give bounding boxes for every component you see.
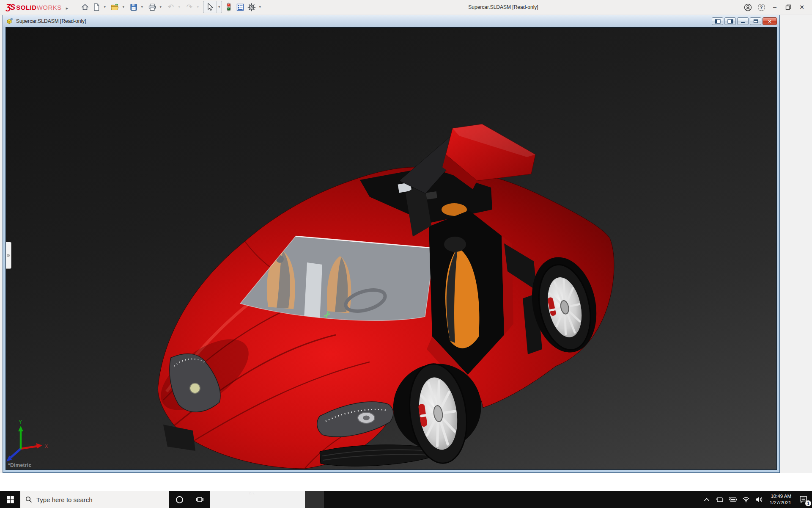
graphics-viewport[interactable]: X Y *Dimetric xyxy=(5,27,777,470)
restore-icon xyxy=(785,4,791,10)
pane-right-icon xyxy=(727,19,733,24)
select-tool-dropdown[interactable]: ▾ xyxy=(216,1,222,13)
taskbar-solidworks-button[interactable]: SW 2021 xyxy=(305,491,324,508)
account-button[interactable] xyxy=(741,1,754,13)
file-properties-icon xyxy=(236,3,244,11)
windows-logo-icon xyxy=(7,496,14,503)
rebuild-traffic-light-icon xyxy=(225,3,233,11)
open-button[interactable] xyxy=(109,1,121,13)
clock-time: 10:49 AM xyxy=(771,493,791,500)
new-document-dropdown[interactable]: ▾ xyxy=(102,1,107,13)
taskbar-file-explorer-button[interactable] xyxy=(229,491,248,508)
select-cursor-icon xyxy=(206,3,214,11)
document-restore-button[interactable] xyxy=(750,17,761,25)
new-document-button[interactable] xyxy=(91,1,102,13)
redo-dropdown[interactable]: ▾ xyxy=(195,1,200,13)
cortana-icon xyxy=(176,496,183,503)
show-right-pane-button[interactable] xyxy=(724,17,736,25)
cortana-button[interactable] xyxy=(169,491,189,508)
new-document-icon xyxy=(92,3,101,11)
open-folder-icon xyxy=(110,3,119,11)
taskbar-edge-button[interactable] xyxy=(210,491,229,508)
taskbar-command-prompt-button[interactable]: C:\_ xyxy=(248,491,267,508)
taskbar-window-app-button[interactable] xyxy=(286,491,305,508)
print-button[interactable] xyxy=(146,1,158,13)
undo-button[interactable]: ↶ xyxy=(165,1,176,13)
close-button[interactable]: × xyxy=(795,1,809,13)
print-icon xyxy=(148,3,156,11)
gear-icon xyxy=(247,3,256,11)
search-input[interactable] xyxy=(36,496,155,503)
triad-y-label: Y xyxy=(19,419,22,425)
assembly-document-icon xyxy=(6,18,14,25)
restore-icon xyxy=(753,19,758,23)
tray-volume-button[interactable] xyxy=(753,491,766,508)
task-view-icon xyxy=(195,495,204,504)
quick-access-toolbar: ▾ ▾ ▾ xyxy=(79,1,264,13)
rebuild-button[interactable] xyxy=(223,1,234,13)
view-orientation-label: *Dimetric xyxy=(8,462,31,468)
notification-badge: 1 xyxy=(805,500,811,506)
options-dropdown[interactable]: ▾ xyxy=(257,1,263,13)
pane-left-icon xyxy=(715,19,721,24)
help-icon: ? xyxy=(758,4,765,11)
user-account-icon xyxy=(744,3,752,11)
options-button[interactable] xyxy=(246,1,257,13)
tray-wifi-button[interactable] xyxy=(740,491,753,508)
window-controls: ? – × xyxy=(741,0,809,14)
wifi-icon xyxy=(742,497,750,502)
tray-rotation-lock-button[interactable] xyxy=(713,491,727,508)
help-button[interactable]: ? xyxy=(754,1,768,13)
battery-charging-icon xyxy=(728,497,738,502)
action-center-button[interactable]: 1 xyxy=(795,491,812,508)
taskbar-clock[interactable]: 10:49 AM 1/27/2021 xyxy=(766,491,795,508)
supercar-3d-model: X Y xyxy=(6,28,777,470)
document-titlebar[interactable]: Supercar.SLDASM [Read-only] xyxy=(3,15,779,27)
solidworks-app: ƷS SOLID WORKS ▸ ▾ xyxy=(0,0,812,508)
select-tool-button[interactable] xyxy=(203,1,216,13)
command-prompt-icon-text: C:\_ xyxy=(249,492,256,495)
solidworks-logo: ƷS SOLID WORKS ▸ xyxy=(6,3,68,12)
brand-text-works: WORKS xyxy=(37,4,62,11)
start-button[interactable] xyxy=(0,491,20,508)
tray-battery-button[interactable] xyxy=(727,491,740,508)
triad-x-label: X xyxy=(45,444,48,449)
main-titlebar: ƷS SOLID WORKS ▸ ▾ xyxy=(0,0,812,14)
orientation-triad: X Y xyxy=(6,419,48,461)
pane-tab-grip-icon xyxy=(7,254,10,257)
window-title: Supercar.SLDASM [Read-only] xyxy=(468,4,538,10)
feature-manager-collapsed-tab[interactable] xyxy=(5,242,11,269)
show-left-pane-button[interactable] xyxy=(712,17,723,25)
taskbar-edrawings-button[interactable] xyxy=(267,491,286,508)
home-icon xyxy=(81,3,89,11)
system-tray: 10:49 AM 1/27/2021 1 xyxy=(700,491,812,508)
minimize-button[interactable]: – xyxy=(768,1,782,13)
tray-overflow-button[interactable] xyxy=(700,491,713,508)
document-title: Supercar.SLDASM [Read-only] xyxy=(16,18,710,24)
solidworks-logo-icon: ƷS xyxy=(6,3,14,12)
status-bar xyxy=(0,473,812,491)
taskbar-search[interactable] xyxy=(20,491,169,508)
save-dropdown[interactable]: ▾ xyxy=(139,1,145,13)
task-view-button[interactable] xyxy=(189,491,210,508)
file-properties-button[interactable] xyxy=(234,1,246,13)
home-button[interactable] xyxy=(79,1,91,13)
redo-button[interactable]: ↷ xyxy=(184,1,195,13)
save-button[interactable] xyxy=(128,1,139,13)
undo-dropdown[interactable]: ▾ xyxy=(176,1,182,13)
restore-button[interactable] xyxy=(782,1,795,13)
save-icon xyxy=(129,3,138,11)
document-minimize-button[interactable] xyxy=(737,17,749,25)
minimize-icon xyxy=(741,22,745,23)
brand-text-solid: SOLID xyxy=(16,4,36,11)
menu-expand-arrow-icon[interactable]: ▸ xyxy=(66,6,69,11)
document-close-button[interactable]: × xyxy=(763,17,777,25)
document-window: Supercar.SLDASM [Read-only] xyxy=(3,15,780,473)
speaker-icon xyxy=(755,496,763,503)
select-tool-group: ▾ xyxy=(203,1,222,13)
chevron-up-icon xyxy=(704,498,710,502)
clock-date: 1/27/2021 xyxy=(770,500,791,506)
print-dropdown[interactable]: ▾ xyxy=(158,1,163,13)
open-dropdown[interactable]: ▾ xyxy=(121,1,126,13)
search-icon xyxy=(25,496,32,503)
